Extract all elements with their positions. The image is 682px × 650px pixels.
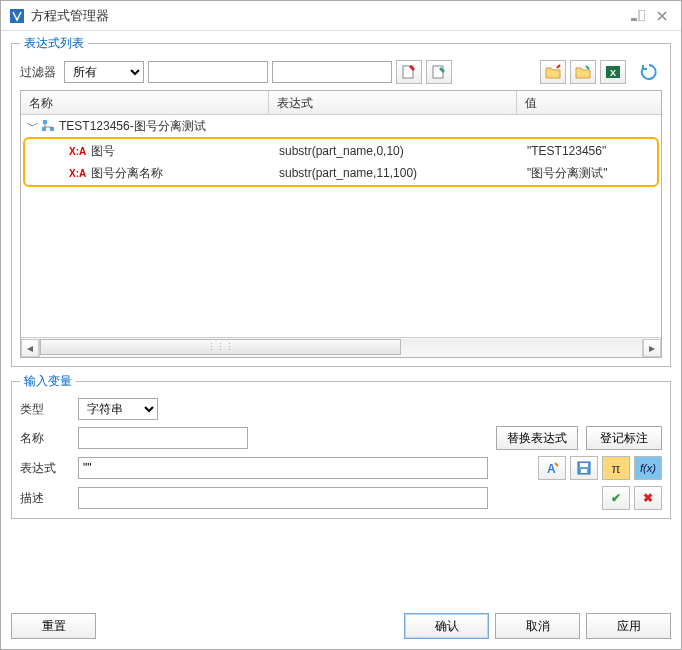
- root-name: TEST123456-图号分离测试: [59, 118, 206, 135]
- row-name: 图号: [91, 143, 115, 160]
- svg-text:A: A: [547, 462, 556, 476]
- expression-list-legend: 表达式列表: [20, 35, 88, 52]
- description-label: 描述: [20, 490, 66, 507]
- save-icon-button[interactable]: [570, 456, 598, 480]
- folder-save-icon-button[interactable]: [570, 60, 596, 84]
- svg-rect-8: [42, 127, 46, 131]
- row-value: "图号分离测试": [521, 165, 657, 182]
- window-title: 方程式管理器: [31, 7, 625, 25]
- filter-label: 过滤器: [20, 64, 56, 81]
- table-row[interactable]: X:A 图号 substr(part_name,0,10) "TEST12345…: [25, 140, 657, 162]
- search-input-2[interactable]: [272, 61, 392, 83]
- name-label: 名称: [20, 430, 66, 447]
- search-input-1[interactable]: [148, 61, 268, 83]
- accept-button[interactable]: ✔: [602, 486, 630, 510]
- tree-collapse-icon[interactable]: ﹀: [27, 118, 37, 135]
- input-variable-legend: 输入变量: [20, 373, 76, 390]
- import-icon-button[interactable]: [396, 60, 422, 84]
- string-var-icon: X:A: [69, 167, 87, 179]
- dialog-button-bar: 重置 确认 取消 应用: [1, 605, 681, 649]
- part-icon: [41, 119, 55, 133]
- col-header-expr[interactable]: 表达式: [269, 91, 517, 114]
- input-variable-panel: 输入变量 类型 字符串 名称 替换表达式 登记标注 表达式 A: [11, 373, 671, 519]
- expression-label: 表达式: [20, 460, 66, 477]
- horizontal-scrollbar[interactable]: ◂ ⋮⋮⋮ ▸: [21, 337, 661, 357]
- pi-icon-button[interactable]: π: [602, 456, 630, 480]
- svg-rect-1: [631, 18, 637, 21]
- export-icon-button[interactable]: [426, 60, 452, 84]
- apply-button[interactable]: 应用: [586, 613, 671, 639]
- svg-rect-7: [43, 120, 47, 124]
- function-icon-button[interactable]: f(x): [634, 456, 662, 480]
- string-var-icon: X:A: [69, 145, 87, 157]
- highlighted-rows: X:A 图号 substr(part_name,0,10) "TEST12345…: [23, 137, 659, 187]
- description-input[interactable]: [78, 487, 488, 509]
- row-expr: substr(part_name,0,10): [273, 144, 521, 158]
- scroll-thumb[interactable]: ⋮⋮⋮: [40, 339, 401, 355]
- name-input[interactable]: [78, 427, 248, 449]
- register-annotation-button[interactable]: 登记标注: [586, 426, 662, 450]
- table-header: 名称 表达式 值: [21, 91, 661, 115]
- replace-expression-button[interactable]: 替换表达式: [496, 426, 578, 450]
- type-select[interactable]: 字符串: [78, 398, 158, 420]
- scroll-left-icon[interactable]: ◂: [21, 339, 39, 357]
- excel-icon-button[interactable]: X: [600, 60, 626, 84]
- row-expr: substr(part_name,11,100): [273, 166, 521, 180]
- titlebar: 方程式管理器: [1, 1, 681, 31]
- scroll-track[interactable]: ⋮⋮⋮: [39, 339, 643, 357]
- scroll-right-icon[interactable]: ▸: [643, 339, 661, 357]
- format-text-icon-button[interactable]: A: [538, 456, 566, 480]
- svg-rect-12: [580, 463, 588, 467]
- cancel-button[interactable]: 取消: [495, 613, 580, 639]
- expression-input[interactable]: [78, 457, 488, 479]
- ok-button[interactable]: 确认: [404, 613, 489, 639]
- col-header-name[interactable]: 名称: [21, 91, 269, 114]
- tree-root-row[interactable]: ﹀ TEST123456-图号分离测试: [21, 115, 661, 137]
- expression-list-panel: 表达式列表 过滤器 所有: [11, 35, 671, 367]
- filter-toolbar: 过滤器 所有: [20, 60, 662, 84]
- help-button[interactable]: [627, 7, 649, 25]
- filter-select[interactable]: 所有: [64, 61, 144, 83]
- folder-open-icon-button[interactable]: [540, 60, 566, 84]
- expression-table: 名称 表达式 值 ﹀ TEST123456-图号分离测试: [20, 90, 662, 358]
- svg-text:X: X: [610, 68, 616, 78]
- svg-rect-13: [581, 469, 587, 473]
- reset-button[interactable]: 重置: [11, 613, 96, 639]
- col-header-value[interactable]: 值: [517, 91, 661, 114]
- row-name: 图号分离名称: [91, 165, 163, 182]
- svg-rect-2: [639, 10, 645, 21]
- row-value: "TEST123456": [521, 144, 657, 158]
- type-label: 类型: [20, 401, 66, 418]
- reject-button[interactable]: ✖: [634, 486, 662, 510]
- app-icon: [9, 8, 25, 24]
- table-row[interactable]: X:A 图号分离名称 substr(part_name,11,100) "图号分…: [25, 162, 657, 184]
- close-button[interactable]: [651, 7, 673, 25]
- refresh-icon-button[interactable]: [636, 60, 662, 84]
